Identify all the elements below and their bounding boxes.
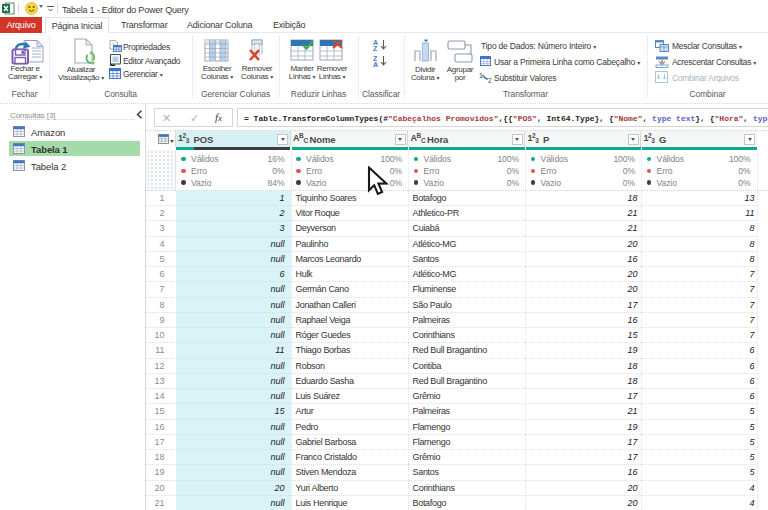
svg-text:A: A bbox=[373, 61, 378, 67]
svg-text:Z: Z bbox=[373, 45, 378, 51]
svg-text:2: 2 bbox=[488, 77, 492, 84]
